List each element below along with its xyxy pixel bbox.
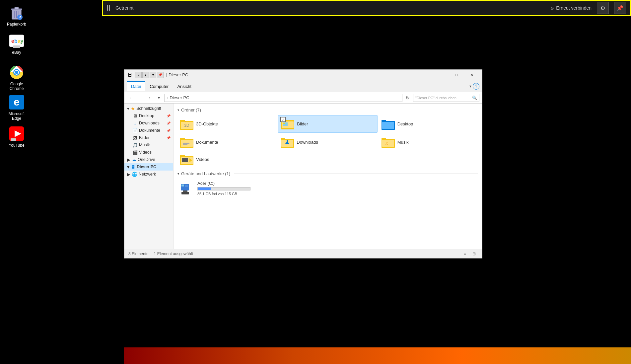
svg-rect-37 <box>183 142 189 142</box>
minimize-button[interactable]: ─ <box>434 70 449 80</box>
sidebar-section-netzwerk[interactable]: ▶ 🌐 Netzwerk <box>124 171 173 178</box>
svg-rect-33 <box>382 122 394 129</box>
explorer-icon: 🖥 <box>127 72 132 78</box>
tiles-view-button[interactable]: ⊞ <box>470 250 478 258</box>
sidebar-section-dieser-pc[interactable]: ▾ 🖥 Dieser PC <box>124 163 173 171</box>
sidebar-item-videos[interactable]: 🎬 Videos <box>124 149 173 156</box>
desktop-icon-papierkorb[interactable]: ↺ Papierkorb <box>3 3 30 28</box>
path-text: Dieser PC <box>170 95 189 100</box>
papierkorb-label: Papierkorb <box>7 22 26 27</box>
pin-icon: 📌 <box>167 114 171 118</box>
folder-bilder-label: Bilder <box>297 121 308 126</box>
folder-item-videos[interactable]: Videos <box>177 151 277 167</box>
bilder-icon: 🖼 <box>132 135 138 140</box>
svg-rect-38 <box>183 143 189 144</box>
back-button[interactable]: ← <box>127 94 135 102</box>
videos-icon: 🎬 <box>132 150 138 155</box>
svg-rect-23 <box>180 120 185 122</box>
svg-rect-20 <box>11 138 16 141</box>
selected-count: 1 Element ausgewählt <box>154 252 193 256</box>
desktop-icon-youtube[interactable]: YouTube <box>3 124 30 149</box>
folder-grid: 3D 3D-Objekte ✓ <box>177 115 478 167</box>
pin-small-btn[interactable]: 📌 <box>157 72 164 78</box>
window-controls: ─ □ ✕ <box>434 70 479 80</box>
folder-item-downloads[interactable]: Downloads <box>278 134 377 150</box>
sidebar-item-musik[interactable]: 🎵 Musik <box>124 141 173 149</box>
svg-text:e: e <box>14 96 20 108</box>
folders-chevron: ▾ <box>177 108 179 112</box>
svg-point-15 <box>15 71 18 74</box>
recent-button[interactable]: ▾ <box>155 94 163 102</box>
help-button[interactable]: ? <box>473 83 479 90</box>
svg-rect-44 <box>287 140 288 143</box>
sidebar-item-bilder[interactable]: 🖼 Bilder 📌 <box>124 134 173 141</box>
svg-rect-46 <box>382 138 386 140</box>
svg-rect-32 <box>382 120 386 122</box>
search-placeholder: "Dieser PC" durchsuchen <box>415 96 456 100</box>
folder-dokumente-label: Dokumente <box>196 140 218 145</box>
edge-icon: e <box>9 94 25 110</box>
drive-item-acer-c[interactable]: Acer (C:) 85,1 GB frei von 115 GB <box>177 179 478 198</box>
pin-icon-downloads: 📌 <box>167 121 171 125</box>
schnellzugriff-label: Schnellzugriff <box>136 106 161 111</box>
svg-rect-57 <box>185 186 188 186</box>
sidebar-section-onedrive[interactable]: ▶ ☁ OneDrive <box>124 156 173 163</box>
tab-datei[interactable]: Datei <box>127 81 145 91</box>
drives-section-header[interactable]: ▾ Geräte und Laufwerke (1) <box>177 171 478 176</box>
ebay-icon: ebay <box>9 33 25 49</box>
title-bar: 🖥 ◂ ▸ ▾ 📌 | Dieser PC ─ □ ✕ <box>124 70 482 80</box>
sidebar-item-dokumente[interactable]: 📄 Dokumente 📌 <box>124 127 173 134</box>
details-view-button[interactable]: ≡ <box>461 250 469 258</box>
back-small-btn[interactable]: ◂ <box>135 72 142 78</box>
desktop-icon-ebay[interactable]: ebay eBay <box>3 32 30 56</box>
svg-rect-2 <box>15 7 19 9</box>
ribbon-expand-btn[interactable]: ▾ <box>469 84 471 89</box>
connection-status: Getrennt <box>115 5 545 11</box>
settings-button[interactable]: ⚙ <box>597 2 609 14</box>
svg-rect-11 <box>13 45 20 48</box>
up-button[interactable]: ↑ <box>146 94 154 102</box>
pin-icon-dokumente: 📌 <box>167 129 171 132</box>
expand-icon-dieser-pc: ▾ <box>127 165 129 170</box>
up-small-btn[interactable]: ▾ <box>150 72 156 78</box>
folder-downloads-label: Downloads <box>297 140 318 145</box>
address-path[interactable]: › Dieser PC <box>164 94 402 102</box>
drive-usage-bar <box>197 187 250 190</box>
ribbon: Datei Computer Ansicht ▾ ? <box>124 80 482 92</box>
close-button[interactable]: ✕ <box>464 70 479 80</box>
svg-rect-50 <box>180 155 185 157</box>
folder-item-desktop[interactable]: Desktop <box>379 115 478 133</box>
folder-item-3d-objekte[interactable]: 3D 3D-Objekte <box>177 115 277 133</box>
top-bar: Getrennt ⎋ Erneut verbinden ⚙ 📌 <box>102 0 631 16</box>
tab-ansicht[interactable]: Ansicht <box>173 81 195 91</box>
forward-small-btn[interactable]: ▸ <box>142 72 149 78</box>
svg-rect-39 <box>183 144 187 145</box>
search-box[interactable]: "Dieser PC" durchsuchen 🔍 <box>413 94 479 102</box>
forward-button[interactable]: → <box>136 94 144 102</box>
pin-icon-bilder: 📌 <box>167 136 171 140</box>
svg-rect-35 <box>180 138 185 140</box>
desktop-icon-chrome[interactable]: Google Chrome <box>3 63 30 92</box>
svg-text:↺: ↺ <box>19 16 22 19</box>
folder-item-musik[interactable]: ♫ Musik <box>379 134 478 150</box>
folder-item-dokumente[interactable]: Dokumente <box>177 134 277 150</box>
pin-button[interactable]: 📌 <box>614 2 626 14</box>
reconnect-button[interactable]: ⎋ Erneut verbinden <box>551 5 592 11</box>
maximize-button[interactable]: □ <box>449 70 464 80</box>
refresh-button[interactable]: ↻ <box>404 94 412 102</box>
desktop-icon-edge[interactable]: e Microsoft Edge <box>3 93 30 122</box>
sidebar-section-schnellzugriff[interactable]: ▾ ★ Schnellzugriff <box>124 105 173 112</box>
folder-desktop-label: Desktop <box>397 121 413 126</box>
folder-item-bilder[interactable]: ✓ Bilder <box>278 115 377 133</box>
onedrive-icon: ☁ <box>132 157 136 162</box>
svg-point-30 <box>283 123 285 124</box>
drives-label: Geräte und Laufwerke (1) <box>181 171 230 176</box>
sidebar-item-downloads[interactable]: ↓ Downloads 📌 <box>124 119 173 127</box>
content-area: ▾ Ordner (7) 3D 3D-Objekte <box>174 104 482 249</box>
sidebar: ▾ ★ Schnellzugriff 🖥 Desktop 📌 ↓ Downloa… <box>124 104 174 249</box>
sidebar-item-desktop[interactable]: 🖥 Desktop 📌 <box>124 112 173 119</box>
folders-section-header[interactable]: ▾ Ordner (7) <box>177 108 478 112</box>
tab-computer[interactable]: Computer <box>146 81 173 91</box>
svg-text:3D: 3D <box>184 123 189 128</box>
folder-musik-label: Musik <box>397 140 409 145</box>
